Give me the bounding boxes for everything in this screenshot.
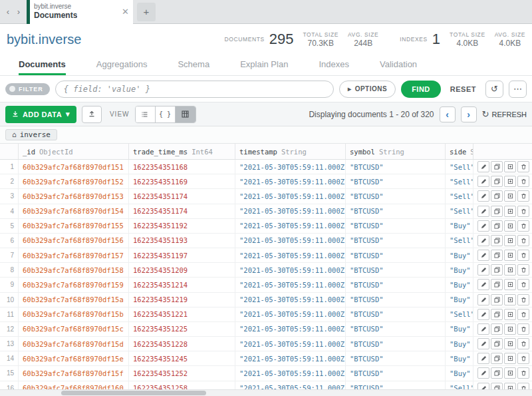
edit-document-button[interactable]: [477, 294, 489, 305]
tab-validation[interactable]: Validation: [380, 55, 417, 75]
clone-document-button[interactable]: [504, 279, 516, 290]
clone-document-button[interactable]: [504, 220, 516, 232]
clone-document-button[interactable]: [504, 264, 516, 276]
delete-document-button[interactable]: [517, 367, 529, 379]
cell-side[interactable]: "Buy": [446, 219, 473, 233]
tab-documents[interactable]: Documents: [19, 55, 66, 75]
copy-document-button[interactable]: [491, 367, 503, 379]
cell-side[interactable]: "Buy": [446, 278, 473, 292]
table-row[interactable]: 1360b329afc7af68f8970df15d1622354351228"…: [0, 337, 532, 351]
cell-timestamp[interactable]: "2021-05-30T05:59:11.000Z": [235, 160, 346, 174]
cell-id[interactable]: 60b329afc7af68f8970df15e: [19, 351, 129, 365]
table-row[interactable]: 460b329afc7af68f8970df1541622354351174"2…: [0, 204, 532, 219]
cell-symbol[interactable]: "BTCUSD": [346, 337, 446, 351]
delete-document-button[interactable]: [517, 176, 529, 187]
cell-trade-time-ms[interactable]: 1622354351221: [129, 307, 235, 321]
cell-timestamp[interactable]: "2021-05-30T05:59:11.000Z": [235, 322, 346, 336]
cell-symbol[interactable]: "BTCUSD": [346, 174, 446, 188]
cell-id[interactable]: 60b329afc7af68f8970df159: [19, 278, 129, 292]
edit-document-button[interactable]: [477, 323, 489, 335]
clone-document-button[interactable]: [504, 206, 516, 217]
edit-document-button[interactable]: [477, 367, 489, 379]
more-options-button[interactable]: ⋯: [509, 81, 527, 98]
clone-document-button[interactable]: [504, 338, 516, 349]
copy-document-button[interactable]: [491, 220, 503, 232]
list-view-button[interactable]: [136, 106, 156, 122]
tab-explain-plan[interactable]: Explain Plan: [240, 55, 288, 75]
cell-timestamp[interactable]: "2021-05-30T05:59:11.000Z": [235, 351, 346, 365]
cell-side[interactable]: "Sell": [446, 160, 473, 174]
cell-id[interactable]: 60b329afc7af68f8970df15d: [19, 337, 129, 351]
cell-trade-time-ms[interactable]: 1622354351228: [129, 337, 235, 351]
cell-side[interactable]: "Buy": [446, 293, 473, 307]
table-row[interactable]: 360b329afc7af68f8970df1531622354351174"2…: [0, 189, 532, 204]
cell-trade-time-ms[interactable]: 1622354351197: [129, 248, 235, 262]
copy-document-button[interactable]: [491, 323, 503, 335]
cell-id[interactable]: 60b329afc7af68f8970df154: [19, 204, 129, 218]
edit-document-button[interactable]: [477, 309, 489, 320]
copy-document-button[interactable]: [491, 250, 503, 261]
export-collection-button[interactable]: [82, 106, 102, 123]
cell-timestamp[interactable]: "2021-05-30T05:59:11.000Z": [235, 204, 346, 218]
cell-side[interactable]: "Buy": [446, 337, 473, 351]
cell-id[interactable]: 60b329afc7af68f8970df153: [19, 189, 129, 203]
table-view-button[interactable]: [176, 106, 196, 122]
copy-document-button[interactable]: [491, 353, 503, 364]
edit-document-button[interactable]: [477, 250, 489, 261]
cell-trade-time-ms[interactable]: 1622354351174: [129, 189, 235, 203]
cell-side[interactable]: "Sell": [446, 189, 473, 203]
cell-trade-time-ms[interactable]: 1622354351245: [129, 351, 235, 365]
clone-document-button[interactable]: [504, 353, 516, 364]
copy-document-button[interactable]: [491, 279, 503, 290]
cell-trade-time-ms[interactable]: 1622354351174: [129, 204, 235, 218]
table-row[interactable]: 160b329afc7af68f8970df1511622354351168"2…: [0, 160, 532, 174]
copy-document-button[interactable]: [491, 309, 503, 320]
cell-id[interactable]: 60b329afc7af68f8970df155: [19, 219, 129, 233]
edit-document-button[interactable]: [477, 235, 489, 246]
cell-trade-time-ms[interactable]: 1622354351225: [129, 322, 235, 336]
clone-document-button[interactable]: [504, 250, 516, 261]
cell-symbol[interactable]: "BTCUSD": [346, 278, 446, 292]
delete-document-button[interactable]: [517, 279, 529, 290]
cell-symbol[interactable]: "BTCUSD": [346, 219, 446, 233]
cell-id[interactable]: 60b329afc7af68f8970df15c: [19, 322, 129, 336]
cell-id[interactable]: 60b329afc7af68f8970df158: [19, 263, 129, 277]
delete-document-button[interactable]: [517, 190, 529, 202]
refresh-button[interactable]: ↻ REFRESH: [482, 109, 527, 119]
cell-symbol[interactable]: "BTCUSD": [346, 293, 446, 307]
table-row[interactable]: 560b329afc7af68f8970df1551622354351192"2…: [0, 219, 532, 234]
cell-id[interactable]: 60b329afc7af68f8970df15f: [19, 366, 129, 380]
cell-symbol[interactable]: "BTCUSD": [346, 189, 446, 203]
cell-symbol[interactable]: "BTCUSD": [346, 204, 446, 218]
copy-document-button[interactable]: [491, 294, 503, 305]
table-row[interactable]: 1060b329afc7af68f8970df15a1622354351219"…: [0, 293, 532, 307]
edit-document-button[interactable]: [477, 161, 489, 172]
edit-document-button[interactable]: [477, 338, 489, 349]
horizontal-scrollbar[interactable]: [0, 389, 532, 396]
tab-indexes[interactable]: Indexes: [319, 55, 349, 75]
cell-side[interactable]: "Sell": [446, 307, 473, 321]
cell-id[interactable]: 60b329afc7af68f8970df15b: [19, 307, 129, 321]
delete-document-button[interactable]: [517, 338, 529, 349]
clone-document-button[interactable]: [504, 190, 516, 202]
delete-document-button[interactable]: [517, 206, 529, 217]
cell-timestamp[interactable]: "2021-05-30T05:59:11.000Z": [235, 189, 346, 203]
cell-trade-time-ms[interactable]: 1622354351219: [129, 293, 235, 307]
cell-trade-time-ms[interactable]: 1622354351168: [129, 160, 235, 174]
options-button[interactable]: ▸ OPTIONS: [339, 81, 396, 98]
copy-document-button[interactable]: [491, 161, 503, 172]
edit-document-button[interactable]: [477, 264, 489, 276]
next-page-button[interactable]: ›: [461, 106, 477, 122]
cell-symbol[interactable]: "BTCUSD": [346, 351, 446, 365]
table-row[interactable]: 760b329afc7af68f8970df1571622354351197"2…: [0, 248, 532, 263]
query-history-button[interactable]: ↺: [485, 81, 503, 98]
cell-id[interactable]: 60b329afc7af68f8970df151: [19, 160, 129, 174]
cell-trade-time-ms[interactable]: 1622354351214: [129, 278, 235, 292]
cell-side[interactable]: "Buy": [446, 248, 473, 262]
edit-document-button[interactable]: [477, 353, 489, 364]
table-row[interactable]: 860b329afc7af68f8970df1581622354351209"2…: [0, 263, 532, 278]
close-tab-icon[interactable]: ✕: [122, 7, 129, 17]
collection-tab[interactable]: bybit.inverse Documents ✕: [27, 0, 133, 24]
prev-page-button[interactable]: ‹: [440, 106, 456, 122]
clone-document-button[interactable]: [504, 323, 516, 335]
